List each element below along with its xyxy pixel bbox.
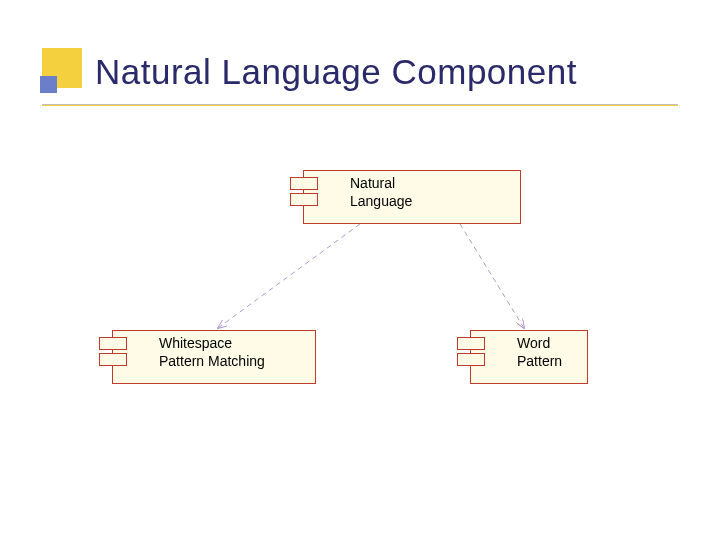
component-label: Whitespace Pattern Matching xyxy=(159,335,265,370)
component-whitespace-pattern-matching: Whitespace Pattern Matching xyxy=(112,330,316,384)
slide-header: Natural Language Component xyxy=(0,0,720,50)
component-port-icon xyxy=(457,337,485,350)
component-label: Natural Language xyxy=(350,175,412,210)
component-port-icon xyxy=(99,353,127,366)
component-diagram: Natural Language Whitespace Pattern Matc… xyxy=(0,170,720,490)
title-underline xyxy=(42,104,678,106)
component-port-icon xyxy=(457,353,485,366)
decoration-blue-square xyxy=(40,76,57,93)
arrow-to-whitespace xyxy=(218,224,360,328)
slide-title: Natural Language Component xyxy=(95,52,577,92)
component-port-icon xyxy=(290,177,318,190)
arrow-to-word-pattern xyxy=(460,224,524,328)
component-natural-language: Natural Language xyxy=(303,170,521,224)
component-port-icon xyxy=(290,193,318,206)
title-bullet-decoration xyxy=(40,48,88,96)
component-word-pattern: Word Pattern xyxy=(470,330,588,384)
component-label: Word Pattern xyxy=(517,335,562,370)
component-port-icon xyxy=(99,337,127,350)
